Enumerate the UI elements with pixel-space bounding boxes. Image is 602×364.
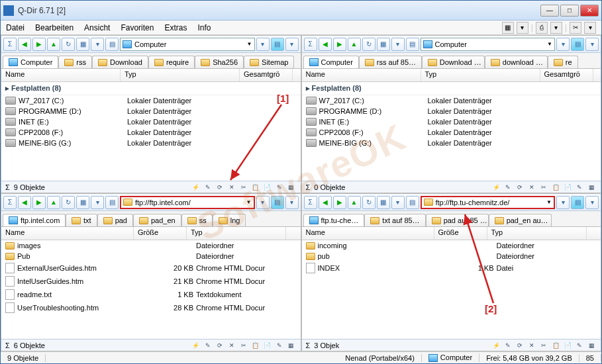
tools-button[interactable]: ✂ <box>570 22 581 34</box>
toolbar-extra-2[interactable]: ▾ <box>285 38 299 51</box>
panel-button[interactable]: ▤ <box>105 196 119 209</box>
status-tool-1[interactable]: ✎ <box>203 341 213 350</box>
status-tool-2[interactable]: ⟳ <box>215 183 225 192</box>
list-item[interactable]: incomingDateiordner <box>302 240 601 251</box>
forward-button[interactable]: ▶ <box>32 196 46 209</box>
tab[interactable]: pad <box>97 214 133 226</box>
address-bar[interactable]: ftp://ftp.intel.com/▼ <box>120 196 255 209</box>
toolbar-extra-0[interactable]: ▾ <box>556 38 570 51</box>
tab[interactable]: rss auf 85… <box>359 56 422 68</box>
status-tool-6[interactable]: 📄 <box>562 183 573 192</box>
list-item[interactable]: MEINE-BIG (G:)Lokaler Datenträger <box>302 138 601 148</box>
toolbar-extra-1[interactable]: ▤ <box>271 38 284 51</box>
titlebar[interactable]: Q-Dir 6.71 [2] — □ ✕ <box>1 1 601 21</box>
tab[interactable]: Download <box>92 56 148 68</box>
list-item[interactable]: INET (E:)Lokaler Datenträger <box>302 116 601 127</box>
status-tool-3[interactable]: ✕ <box>226 183 237 192</box>
status-tool-7[interactable]: ✎ <box>574 341 585 350</box>
status-tool-5[interactable]: 📋 <box>250 341 261 350</box>
status-tool-0[interactable]: ⚡ <box>191 341 201 350</box>
column-typ[interactable]: Typ <box>421 69 540 81</box>
status-tool-6[interactable]: 📄 <box>562 341 573 350</box>
refresh-button[interactable]: ↻ <box>62 38 75 51</box>
file-list[interactable]: ▸ Festplatten (8)W7_2017 (C:)Lokaler Dat… <box>1 82 301 181</box>
group-header[interactable]: ▸ Festplatten (8) <box>302 82 601 95</box>
list-item[interactable]: PROGRAMME (D:)Lokaler Datenträger <box>302 106 601 116</box>
tab[interactable]: Download … <box>422 56 485 68</box>
list-item[interactable]: INDEX1 KBDatei <box>302 261 601 275</box>
status-tool-4[interactable]: ✂ <box>238 341 249 350</box>
back-button[interactable]: ◀ <box>319 38 332 51</box>
drop-button[interactable]: ▾ <box>391 38 405 51</box>
address-dropdown-icon[interactable]: ▼ <box>546 199 552 205</box>
status-tool-8[interactable]: ▦ <box>586 183 597 192</box>
up-button[interactable]: ▲ <box>348 196 361 209</box>
toolbar-extra-2[interactable]: ▾ <box>285 196 299 209</box>
tab[interactable]: lng <box>213 214 246 226</box>
list-item[interactable]: INET (E:)Lokaler Datenträger <box>1 116 301 127</box>
tab[interactable]: ftp.tu-che… <box>303 214 365 226</box>
tab[interactable]: Computer <box>3 56 58 68</box>
address-dropdown-icon[interactable]: ▼ <box>246 199 252 205</box>
address-bar[interactable]: Computer▼ <box>120 38 255 51</box>
forward-button[interactable]: ▶ <box>32 38 46 51</box>
tab[interactable]: ftp.intel.com <box>3 214 66 226</box>
tab[interactable]: txt <box>66 214 97 226</box>
up-button[interactable]: ▲ <box>348 38 361 51</box>
toolbar-extra-0[interactable]: ▾ <box>556 196 570 209</box>
list-item[interactable]: readme.txt1 KBTextdokument <box>1 288 301 301</box>
column-größe[interactable]: Größe <box>134 227 187 240</box>
close-button[interactable]: ✕ <box>580 5 599 17</box>
status-tool-2[interactable]: ⟳ <box>215 341 225 350</box>
menu-info[interactable]: Info <box>197 23 211 32</box>
view-button[interactable]: ▦ <box>76 38 89 51</box>
list-item[interactable]: W7_2017 (C:)Lokaler Datenträger <box>1 95 301 106</box>
toolbar-extra-0[interactable]: ▾ <box>256 38 270 51</box>
status-tool-8[interactable]: ▦ <box>286 183 297 192</box>
column-name[interactable]: Name <box>1 227 134 240</box>
column-gesamtgrö[interactable]: Gesamtgrö <box>240 69 293 81</box>
tab[interactable]: pad auf 85 … <box>426 214 489 226</box>
tab[interactable]: ss <box>181 214 213 226</box>
sigma-button[interactable]: Σ <box>304 196 317 209</box>
list-item[interactable]: MEINE-BIG (G:)Lokaler Datenträger <box>1 138 301 148</box>
tab[interactable]: rss <box>58 56 92 68</box>
column-gesamtgrö[interactable]: Gesamtgrö <box>540 69 593 81</box>
tab[interactable]: txt auf 85… <box>364 214 425 226</box>
status-tool-6[interactable]: 📄 <box>262 183 273 192</box>
menu-bearbeiten[interactable]: Bearbeiten <box>35 23 74 32</box>
status-tool-5[interactable]: 📋 <box>550 341 561 350</box>
print-button[interactable]: ⎙ <box>536 22 548 34</box>
menu-extras[interactable]: Extras <box>164 23 187 32</box>
back-button[interactable]: ◀ <box>18 38 31 51</box>
column-name[interactable]: Name <box>1 69 121 81</box>
status-tool-1[interactable]: ✎ <box>503 341 513 350</box>
sigma-button[interactable]: Σ <box>304 38 317 51</box>
address-bar[interactable]: Computer▼ <box>421 38 556 51</box>
refresh-button[interactable]: ↻ <box>362 38 376 51</box>
address-dropdown-icon[interactable]: ▼ <box>247 41 252 47</box>
tab[interactable]: pad_en au… <box>489 214 552 226</box>
minimize-button[interactable]: — <box>540 5 559 17</box>
list-item[interactable]: imagesDateiordner <box>1 240 301 251</box>
status-tool-7[interactable]: ✎ <box>574 183 585 192</box>
forward-button[interactable]: ▶ <box>333 38 346 51</box>
toolbar-extra-1[interactable]: ▤ <box>571 38 584 51</box>
menu-favoriten[interactable]: Favoriten <box>121 23 154 32</box>
dropdown-button[interactable]: ▾ <box>584 22 596 34</box>
status-tool-3[interactable]: ✕ <box>527 183 537 192</box>
column-typ[interactable]: Typ <box>487 227 587 240</box>
toolbar-extra-1[interactable]: ▤ <box>571 196 584 209</box>
list-item[interactable]: pubDateiordner <box>302 251 601 261</box>
status-tool-0[interactable]: ⚡ <box>491 183 501 192</box>
status-tool-1[interactable]: ✎ <box>503 183 513 192</box>
tab[interactable]: Sha256 <box>195 56 244 68</box>
panel-button[interactable]: ▤ <box>406 38 419 51</box>
status-tool-5[interactable]: 📋 <box>250 183 261 192</box>
status-tool-7[interactable]: ✎ <box>274 341 285 350</box>
address-bar[interactable]: ftp://ftp.tu-chemnitz.de/▼ <box>421 196 556 209</box>
list-item[interactable]: ExternalUserGuides.htm20 KBChrome HTML D… <box>1 261 301 275</box>
dropdown-button[interactable]: ▾ <box>517 22 528 34</box>
tab[interactable]: re <box>548 56 578 68</box>
menu-ansicht[interactable]: Ansicht <box>84 23 110 32</box>
